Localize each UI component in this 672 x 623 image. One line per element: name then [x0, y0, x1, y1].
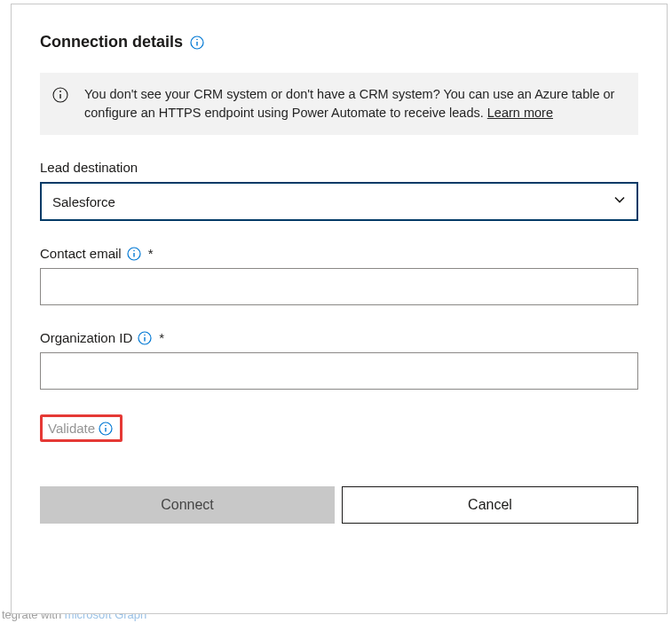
lead-destination-select[interactable]: Salesforce — [40, 182, 638, 221]
validate-link[interactable]: Validate — [48, 421, 95, 436]
required-marker: * — [148, 246, 154, 261]
info-box-text: You don't see your CRM system or don't h… — [84, 85, 624, 122]
info-icon[interactable] — [190, 35, 204, 50]
svg-point-14 — [105, 424, 107, 426]
svg-point-2 — [196, 38, 198, 40]
page-title: Connection details — [40, 33, 183, 51]
learn-more-link[interactable]: Learn more — [487, 106, 553, 120]
info-icon[interactable] — [138, 331, 152, 345]
lead-destination-field: Lead destination Salesforce — [40, 160, 638, 221]
connection-details-panel: Connection details You don't see your CR… — [11, 4, 668, 614]
validate-highlight: Validate — [40, 414, 123, 442]
info-icon[interactable] — [127, 247, 141, 261]
heading-row: Connection details — [40, 33, 638, 51]
required-marker: * — [159, 330, 164, 345]
contact-email-input[interactable] — [40, 268, 638, 305]
info-box: You don't see your CRM system or don't h… — [40, 73, 638, 135]
cancel-button[interactable]: Cancel — [342, 486, 638, 524]
info-icon[interactable] — [99, 422, 113, 436]
contact-email-field: Contact email * — [40, 246, 638, 305]
contact-email-label: Contact email * — [40, 246, 638, 261]
organization-id-label: Organization ID * — [40, 330, 638, 345]
organization-id-field: Organization ID * — [40, 330, 638, 390]
organization-id-input[interactable] — [40, 352, 638, 390]
lead-destination-label: Lead destination — [40, 160, 638, 175]
svg-point-8 — [133, 249, 135, 251]
button-row: Connect Cancel — [40, 486, 638, 524]
svg-point-11 — [144, 334, 146, 335]
info-icon — [52, 87, 68, 122]
connect-button[interactable]: Connect — [40, 486, 335, 524]
svg-point-5 — [59, 91, 61, 92]
